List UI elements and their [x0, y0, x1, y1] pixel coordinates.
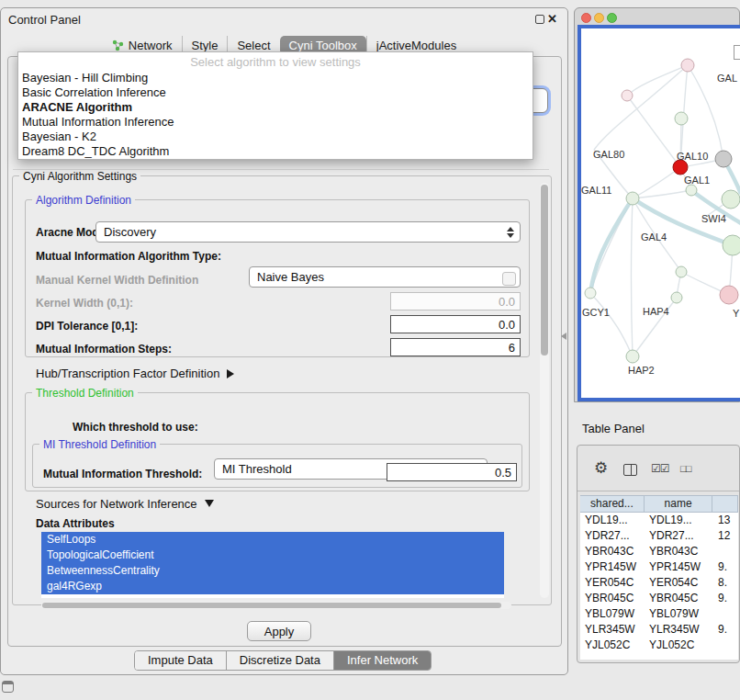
network-node-label: GAL80 [593, 149, 624, 160]
minimize-traffic-light-icon[interactable] [594, 13, 604, 23]
table-row[interactable]: YJL052CYJL052C [580, 638, 738, 653]
algorithm-popup: Select algorithm to view settings Bayesi… [17, 51, 533, 160]
control-panel-window: Control Panel ✕ Network Style Select [0, 7, 568, 675]
table-row[interactable]: YDR27...YDR27...12 [580, 528, 738, 544]
network-node[interactable] [686, 185, 697, 196]
zoom-traffic-light-icon[interactable] [607, 13, 617, 23]
network-node[interactable] [723, 235, 740, 255]
table-cell: YPR145W [580, 559, 645, 575]
mi-steps-field[interactable] [390, 338, 521, 356]
table-row[interactable]: YLR345WYLR345W9. [580, 622, 738, 638]
hub-section-toggle[interactable]: Hub/Transcription Factor Definition [36, 367, 234, 380]
screen: Control Panel ✕ Network Style Select [0, 0, 740, 700]
tab-infer-network[interactable]: Infer Network [333, 651, 431, 670]
table-cell: YJL052C [580, 638, 645, 653]
tab-style-label: Style [192, 39, 219, 52]
table-header-row: shared...name [580, 495, 738, 513]
table-header-cell[interactable]: shared... [580, 496, 645, 512]
close-icon[interactable]: ✕ [547, 12, 557, 26]
table-row[interactable]: YBR045CYBR045C9. [580, 591, 738, 606]
aracne-mode-combobox[interactable]: Discovery [95, 221, 521, 243]
minimized-panel-icon[interactable] [2, 681, 14, 693]
table-row[interactable]: YPR145WYPR145W9. [580, 559, 738, 575]
algorithm-option[interactable]: ARACNE Algorithm [18, 100, 533, 115]
tab-select-label: Select [237, 39, 270, 52]
attribute-list-item[interactable]: gal4RGexp [41, 579, 504, 594]
network-node[interactable] [715, 151, 732, 167]
algorithm-definition-title: Algorithm Definition [32, 194, 135, 207]
network-graph: GALGAL80GAL10GAL1GAL11SWI4GAL4GCY1HAP4YH… [581, 28, 740, 398]
algorithm-option[interactable]: Dream8 DC_TDC Algorithm [18, 144, 533, 159]
network-node-label: SWI4 [701, 213, 726, 224]
table-row[interactable]: YER054CYER054C8. [580, 575, 738, 591]
network-scrollbar-fragment[interactable] [734, 45, 740, 60]
mi-type-combobox[interactable]: Naive Bayes [249, 266, 521, 288]
network-node[interactable] [626, 350, 639, 363]
table-cell: YDL19... [645, 513, 713, 528]
network-node-label: GCY1 [582, 307, 610, 318]
manual-kernel-checkbox[interactable] [502, 272, 516, 286]
table-cell: YBL079W [580, 606, 645, 622]
panel-collapse-icon[interactable] [561, 333, 566, 340]
network-node[interactable] [675, 112, 688, 125]
tab-impute-data[interactable]: Impute Data [135, 651, 226, 670]
network-node[interactable] [681, 59, 694, 72]
table-cell: 9. [713, 622, 738, 638]
table-cell: YLR345W [645, 622, 713, 638]
gear-icon[interactable]: ⚙ [594, 458, 608, 478]
network-node[interactable] [676, 266, 687, 277]
apply-button[interactable]: Apply [247, 621, 311, 641]
algorithm-option[interactable]: Basic Correlation Inference [18, 85, 533, 100]
attribute-list-item[interactable]: SelfLoops [41, 532, 504, 548]
select-all-checkboxes-icon[interactable]: ☑☑ [651, 462, 669, 475]
settings-scrollbar-thumb[interactable] [541, 185, 548, 356]
float-window-icon[interactable] [535, 15, 544, 24]
attribute-list-item[interactable]: TopologicalCoefficient [41, 548, 504, 563]
chevron-right-icon [227, 369, 234, 378]
table-row[interactable]: YBR043CYBR043C [580, 544, 738, 559]
network-node[interactable] [673, 160, 688, 175]
algorithm-option[interactable]: Mutual Information Inference [18, 115, 533, 130]
network-node-label: HAP2 [628, 365, 655, 376]
attribute-list[interactable]: SelfLoopsTopologicalCoefficientBetweenne… [41, 532, 504, 598]
table-cell: 9. [713, 591, 738, 606]
kernel-width-field[interactable] [390, 292, 521, 310]
network-node[interactable] [626, 192, 639, 205]
tab-discretize-data[interactable]: Discretize Data [226, 651, 333, 670]
network-node[interactable] [722, 190, 740, 209]
table-cell: YDR27... [645, 528, 713, 544]
window-title: Control Panel [8, 13, 81, 27]
network-node[interactable] [622, 90, 633, 101]
table-cell [713, 544, 738, 559]
attribute-list-hscrollbar[interactable] [41, 602, 511, 609]
mi-threshold-field[interactable] [387, 463, 517, 481]
network-node-label: Y [733, 308, 740, 319]
attribute-list-item[interactable]: BetweennessCentrality [41, 563, 504, 579]
algorithm-option[interactable]: Bayesian - K2 [18, 130, 533, 144]
table-row[interactable]: YBL079WYBL079W [580, 606, 738, 622]
network-node[interactable] [585, 288, 596, 299]
settings-scrollbar-track[interactable] [540, 183, 549, 598]
sources-section-toggle[interactable]: Sources for Network Inference [36, 497, 214, 511]
table-cell: YLR345W [580, 622, 645, 638]
network-node-label: HAP4 [643, 306, 669, 317]
network-node[interactable] [671, 292, 682, 303]
dpi-tolerance-field[interactable] [390, 315, 521, 333]
columns-icon[interactable] [623, 464, 637, 476]
table-cell: YBR045C [580, 591, 645, 606]
network-canvas[interactable]: GALGAL80GAL10GAL1GAL11SWI4GAL4GCY1HAP4YH… [581, 28, 740, 398]
network-labels: GALGAL80GAL10GAL1GAL11SWI4GAL4GCY1HAP4YH… [581, 73, 740, 376]
algorithm-option[interactable]: Bayesian - Hill Climbing [18, 71, 533, 85]
network-node[interactable] [720, 286, 738, 304]
table-header-cell[interactable] [712, 496, 738, 512]
network-node-label: GAL1 [684, 175, 710, 186]
table-row[interactable]: YDL19...YDL19...13 [580, 513, 738, 528]
close-traffic-light-icon[interactable] [581, 13, 591, 23]
threshold-definition-title: Threshold Definition [32, 387, 138, 400]
table-cell: 9. [713, 559, 738, 575]
table-cell: YJL052C [645, 638, 713, 653]
deselect-all-checkboxes-icon[interactable]: □□ [680, 463, 690, 474]
attribute-list-hscrollbar-thumb[interactable] [42, 603, 501, 608]
table-header-cell[interactable]: name [645, 496, 713, 512]
tab-jactivemodules-label: jActiveModules [376, 39, 456, 52]
